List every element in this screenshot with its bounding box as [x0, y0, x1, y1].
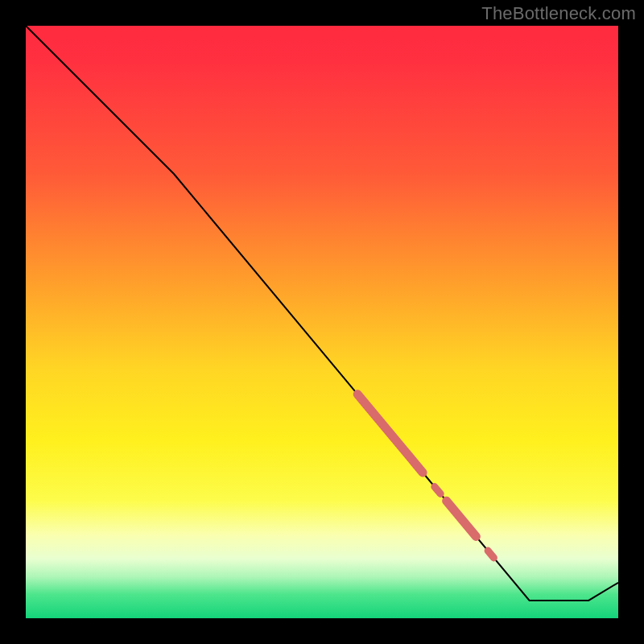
highlight-segment: [357, 394, 423, 473]
highlight-segment: [435, 487, 440, 494]
highlight-segment: [447, 501, 477, 536]
watermark-text: TheBottleneck.com: [481, 3, 636, 24]
bottleneck-curve-line: [26, 26, 618, 601]
chart-frame: TheBottleneck.com: [0, 0, 644, 644]
highlight-segment: [488, 551, 493, 558]
chart-plot-area: [26, 26, 618, 618]
chart-svg: [26, 26, 618, 618]
